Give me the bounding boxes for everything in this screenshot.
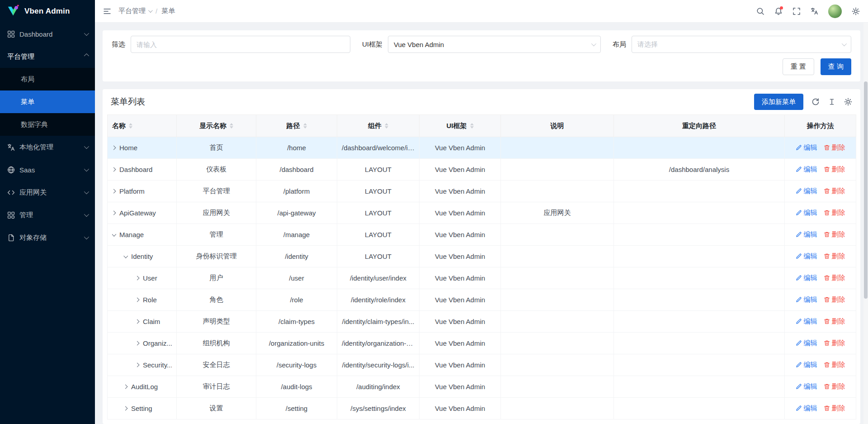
edit-button[interactable]: 编辑 — [796, 361, 817, 369]
app-logo[interactable]: Vben Admin — [0, 0, 95, 23]
search-icon[interactable] — [756, 7, 764, 15]
edit-button[interactable]: 编辑 — [796, 339, 817, 348]
delete-button[interactable]: 删除 — [824, 404, 845, 413]
manage-icon — [7, 211, 15, 219]
edit-button[interactable]: 编辑 — [796, 295, 817, 304]
column-header-name[interactable]: 名称 — [108, 115, 177, 137]
delete-button[interactable]: 删除 — [824, 165, 845, 174]
table-row-apigateway[interactable]: ApiGateway应用网关/api-gatewayLAYOUTVue Vben… — [108, 202, 856, 224]
table-row-security[interactable]: Security...安全日志/security-logs/identity/s… — [108, 354, 856, 376]
row-expand-icon[interactable] — [135, 363, 140, 367]
row-expand-icon[interactable] — [112, 211, 116, 215]
framework-select[interactable]: Vue Vben Admin — [388, 36, 601, 53]
edit-button[interactable]: 编辑 — [796, 317, 817, 326]
row-collapse-icon[interactable] — [112, 232, 116, 237]
delete-button[interactable]: 删除 — [824, 382, 845, 391]
row-name: Platform — [119, 187, 145, 195]
column-header-component[interactable]: 组件 — [337, 115, 420, 137]
filter-keyword-input[interactable] — [131, 36, 350, 53]
row-expand-icon[interactable] — [135, 319, 140, 324]
column-header-framework[interactable]: UI框架 — [420, 115, 501, 137]
column-label: 重定向路径 — [682, 122, 716, 130]
delete-button[interactable]: 删除 — [824, 230, 845, 239]
refresh-icon[interactable] — [811, 98, 820, 106]
table-row-user[interactable]: User用户/user/identity/user/indexVue Vben … — [108, 267, 856, 289]
column-settings-icon[interactable] — [844, 98, 852, 106]
sidebar-item-saas[interactable]: Saas — [0, 158, 95, 181]
fullscreen-icon[interactable] — [793, 7, 801, 15]
sort-icons[interactable] — [385, 123, 388, 129]
table-row-claim[interactable]: Claim声明类型/claim-types/identity/claim-typ… — [108, 311, 856, 333]
edit-button[interactable]: 编辑 — [796, 230, 817, 239]
row-expand-icon[interactable] — [123, 385, 128, 389]
row-expand-icon[interactable] — [135, 298, 140, 302]
add-menu-button[interactable]: 添加新菜单 — [754, 94, 803, 110]
sidebar-subitem-dictionary[interactable]: 数据字典 — [0, 113, 95, 136]
delete-button[interactable]: 删除 — [824, 361, 845, 369]
delete-button[interactable]: 删除 — [824, 143, 845, 152]
row-height-icon[interactable] — [828, 98, 836, 106]
breadcrumb-separator: / — [156, 7, 157, 15]
sidebar-item-manage[interactable]: 管理 — [0, 204, 95, 226]
edit-button[interactable]: 编辑 — [796, 404, 817, 413]
sidebar-item-platform[interactable]: 平台管理 — [0, 45, 95, 68]
sort-icons[interactable] — [470, 123, 474, 129]
sidebar-subitem-layout[interactable]: 布局 — [0, 68, 95, 91]
delete-button[interactable]: 删除 — [824, 339, 845, 348]
page-scrollbar[interactable] — [863, 23, 868, 424]
sidebar-item-object-storage[interactable]: 对象存储 — [0, 226, 95, 249]
language-icon[interactable] — [811, 7, 818, 15]
row-expand-icon[interactable] — [112, 189, 116, 194]
edit-button[interactable]: 编辑 — [796, 252, 817, 261]
table-row-manage[interactable]: Manage管理/manageLAYOUTVue Vben Admin编辑删除 — [108, 224, 856, 246]
sort-icons[interactable] — [303, 123, 307, 129]
cell-actions: 编辑删除 — [785, 289, 856, 311]
edit-button[interactable]: 编辑 — [796, 274, 817, 282]
search-button[interactable]: 查 询 — [821, 58, 851, 75]
column-header-path[interactable]: 路径 — [256, 115, 337, 137]
notification-bell-icon[interactable] — [774, 7, 783, 15]
sort-icons[interactable] — [129, 123, 132, 129]
row-expand-icon[interactable] — [123, 406, 128, 411]
table-row-home[interactable]: Home首页/home/dashboard/welcome/in...Vue V… — [108, 137, 856, 159]
table-row-organiz[interactable]: Organiz...组织机构/organization-units/identi… — [108, 333, 856, 354]
table-row-platform[interactable]: Platform平台管理/platformLAYOUTVue Vben Admi… — [108, 181, 856, 202]
sort-icons[interactable] — [230, 123, 233, 129]
edit-button[interactable]: 编辑 — [796, 165, 817, 174]
delete-button[interactable]: 删除 — [824, 317, 845, 326]
cell-component: LAYOUT — [337, 246, 420, 267]
edit-button[interactable]: 编辑 — [796, 187, 817, 195]
table-toolbar: 菜单列表 添加新菜单 — [107, 89, 856, 114]
sidebar-item-dashboard[interactable]: Dashboard — [0, 23, 95, 45]
sidebar-subitem-menu[interactable]: 菜单 — [0, 91, 95, 113]
delete-button[interactable]: 删除 — [824, 187, 845, 195]
cell-display: 应用网关 — [177, 202, 256, 224]
table-row-auditlog[interactable]: AuditLog审计日志/audit-logs/auditing/indexVu… — [108, 376, 856, 398]
table-row-setting[interactable]: Setting设置/setting/sys/settings/indexVue … — [108, 398, 856, 419]
edit-button[interactable]: 编辑 — [796, 143, 817, 152]
row-expand-icon[interactable] — [112, 146, 116, 150]
breadcrumb-item-platform[interactable]: 平台管理 — [118, 7, 151, 15]
row-collapse-icon[interactable] — [123, 254, 128, 258]
sidebar-item-app-gateway[interactable]: 应用网关 — [0, 181, 95, 204]
row-expand-icon[interactable] — [135, 276, 140, 281]
edit-button[interactable]: 编辑 — [796, 382, 817, 391]
table-row-identity[interactable]: Identity身份标识管理/identityLAYOUTVue Vben Ad… — [108, 246, 856, 267]
settings-gear-icon[interactable] — [852, 7, 860, 15]
table-row-role[interactable]: Role角色/role/identity/role/indexVue Vben … — [108, 289, 856, 311]
sidebar-item-localization[interactable]: 本地化管理 — [0, 136, 95, 158]
delete-button[interactable]: 删除 — [824, 252, 845, 261]
sidebar-fold-icon[interactable] — [103, 7, 111, 15]
table-row-dashboard[interactable]: Dashboard仪表板/dashboardLAYOUTVue Vben Adm… — [108, 159, 856, 181]
row-expand-icon[interactable] — [112, 167, 116, 172]
row-expand-icon[interactable] — [135, 341, 140, 346]
delete-button[interactable]: 删除 — [824, 295, 845, 304]
user-avatar[interactable] — [828, 5, 842, 18]
delete-button[interactable]: 删除 — [824, 209, 845, 217]
delete-button[interactable]: 删除 — [824, 274, 845, 282]
column-header-display[interactable]: 显示名称 — [177, 115, 256, 137]
layout-select[interactable]: 请选择 — [632, 36, 851, 53]
scrollbar-thumb[interactable] — [864, 81, 868, 299]
reset-button[interactable]: 重 置 — [783, 58, 814, 75]
edit-button[interactable]: 编辑 — [796, 209, 817, 217]
